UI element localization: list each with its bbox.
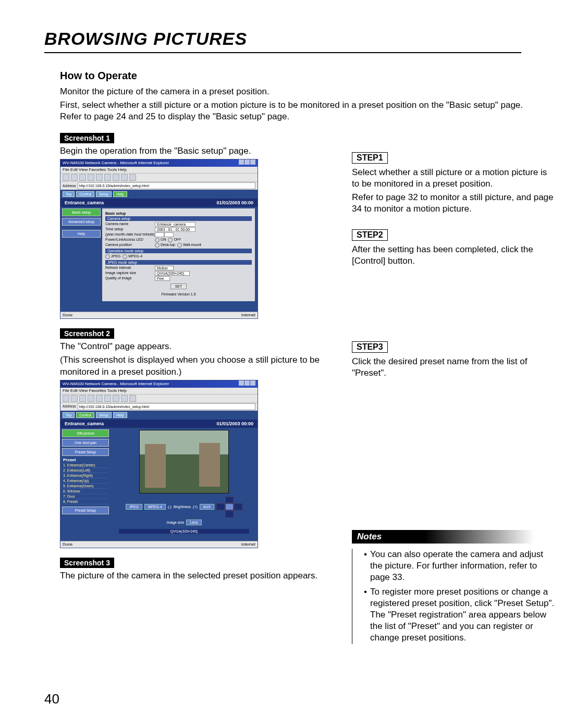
preset-item[interactable]: 5. Entrance(Down) — [62, 484, 109, 489]
refresh-icon — [88, 174, 94, 181]
top-button-row: Top Control Setup Help — [60, 411, 258, 419]
size-select[interactable]: QVGA(320×240) — [155, 271, 190, 276]
wall-text: Wall-mount — [183, 243, 201, 247]
desk-radio[interactable] — [155, 243, 160, 248]
toolbar — [60, 173, 258, 181]
help-button[interactable]: Help — [113, 191, 127, 197]
tilt-down-icon — [225, 511, 234, 517]
bri-minus[interactable]: (-) — [168, 505, 172, 509]
top-button[interactable]: Top — [63, 412, 75, 418]
search-icon — [104, 174, 111, 181]
jpeg-radio[interactable] — [105, 254, 110, 259]
mpeg-button[interactable]: MPEG-4 — [144, 504, 166, 510]
address-bar: Address http://192.168.0.10/admin/index_… — [60, 181, 258, 190]
help-button[interactable]: Help — [113, 412, 127, 418]
sidebar-advanced-setup[interactable]: Advanced setup — [62, 218, 101, 226]
wall-radio[interactable] — [177, 243, 182, 248]
led-off-text: OFF — [174, 238, 181, 242]
chapter-title: BROWSING PICTURES — [44, 29, 521, 53]
jpeg-button[interactable]: JPEG — [126, 504, 142, 510]
camera-image — [139, 430, 229, 493]
url-field[interactable]: http://192.168.0.10/admin/index_setup.ht… — [78, 182, 255, 189]
top-button[interactable]: Top — [63, 191, 75, 197]
url-field[interactable]: http://192.168.0.10/admin/index_setup.ht… — [78, 403, 255, 410]
screenshot-1: WV-NM100 Network Camera - Microsoft Inte… — [60, 159, 258, 319]
camera-name-input[interactable]: Entrance_camera — [155, 222, 195, 227]
control-button[interactable]: Control — [76, 191, 94, 197]
stop-icon — [79, 174, 86, 181]
set-button[interactable]: SET — [170, 283, 187, 289]
led-off-radio[interactable] — [168, 238, 173, 242]
led-on-text: ON — [161, 238, 166, 242]
mpeg-radio[interactable] — [123, 254, 127, 259]
status-left: Done — [63, 313, 72, 318]
favorites-icon — [113, 174, 119, 181]
screenshot-2-label: Screenshot 2 — [60, 328, 114, 339]
step2-text: After the setting has been completed, cl… — [352, 244, 556, 267]
preset-item[interactable]: 8. Preset — [62, 499, 109, 504]
preset-item[interactable]: 6. Window — [62, 489, 109, 494]
sidebar-one-shot-pan[interactable]: One shot pan — [62, 439, 109, 447]
image-size-value: QVGA(320×240) — [119, 529, 249, 534]
pan-right-icon — [234, 503, 242, 510]
time-setup-label: Time setup — [105, 227, 155, 232]
panel-header-mode: Operation mode setup — [105, 249, 252, 253]
refresh-label: Refresh interval — [105, 266, 155, 270]
screenshot-2: WV-NM100 Network Camera - Microsoft Inte… — [60, 380, 258, 548]
quality-label: Quality of image — [105, 276, 155, 281]
history-icon — [121, 174, 128, 181]
address-label: Address — [63, 404, 76, 409]
lens-button[interactable]: Lens — [186, 520, 201, 525]
camera-banner: Entrance_camera 01/01/2003 00:00 — [60, 199, 258, 207]
image-size-label: Image size — [166, 521, 184, 524]
sidebar-preset-setup-2[interactable]: Preset Setup — [62, 507, 109, 514]
refresh-select[interactable]: Motion — [155, 266, 174, 270]
step3-text: Click the desired preset name from the l… — [352, 356, 556, 379]
time-hour[interactable] — [155, 232, 164, 237]
setup-button[interactable]: Setup — [96, 191, 112, 197]
panel-title: Basic setup — [105, 212, 252, 215]
mpeg-text: MPEG-4 — [128, 255, 142, 258]
time-min[interactable] — [164, 232, 174, 237]
camera-datetime: 01/01/2003 00:00 — [216, 421, 253, 426]
preset-item[interactable]: 4. Entrance(Up) — [62, 478, 109, 484]
sidebar-help[interactable]: Help — [62, 230, 101, 238]
size-label: Image capture size — [105, 271, 155, 276]
quality-select[interactable]: Fine — [155, 276, 170, 281]
preset-item[interactable]: 7. Door — [62, 494, 109, 499]
window-titlebar: WV-NM100 Network Camera - Microsoft Inte… — [60, 380, 258, 388]
camera-name-banner: Entrance_camera — [65, 421, 104, 426]
preset-item[interactable]: 1. Entrance(Center) — [62, 463, 109, 468]
aux-button[interactable]: AUX — [200, 504, 214, 510]
camera-name-label: Camera name — [105, 222, 155, 227]
panel-header-jpeg: JPEG mode setup — [105, 260, 252, 265]
sidebar-preset-setup[interactable]: Preset Setup — [62, 448, 109, 456]
time-format-label: (year-month-date hour:minute) — [105, 232, 155, 237]
home-icon — [96, 174, 103, 181]
control-bar: JPEG MPEG-4 (-) Brightness (+) AUX — [119, 497, 249, 534]
sidebar-basic-setup[interactable]: Basic setup — [62, 208, 101, 216]
status-bar: Done Internet — [60, 312, 258, 318]
window-title: WV-NM100 Network Camera - Microsoft Inte… — [63, 380, 169, 388]
preset-item[interactable]: 3. Entrance(Right) — [62, 473, 109, 478]
screenshot-3-label: Screenshot 3 — [60, 558, 114, 568]
position-label: Camera position — [105, 243, 155, 248]
forward-icon — [71, 174, 78, 181]
time-setup-input[interactable]: 2003 - 01 - 01 00:00 — [155, 227, 195, 232]
address-bar: Address http://192.168.0.10/admin/index_… — [60, 402, 258, 411]
sidebar-still-picture[interactable]: Still picture — [62, 429, 109, 437]
control-button[interactable]: Control — [76, 412, 94, 418]
led-label: Power/LinkAccess LED — [105, 238, 155, 242]
bri-plus[interactable]: (+) — [193, 505, 198, 509]
screenshot-1-caption: Begin the operation from the "Basic setu… — [60, 145, 331, 157]
led-on-radio[interactable] — [155, 238, 160, 242]
screenshot-2-caption-a: The "Control" page appears. — [60, 341, 331, 352]
window-control-icons — [238, 380, 255, 388]
mail-icon — [129, 174, 136, 181]
pan-tilt-cross[interactable] — [216, 497, 242, 517]
preset-item[interactable]: 2. Entrance(Left) — [62, 468, 109, 473]
menu-bar: File Edit View Favorites Tools Help — [60, 167, 258, 173]
preset-list-header: Preset — [63, 458, 109, 462]
setup-button[interactable]: Setup — [96, 412, 112, 418]
screenshot-3-caption: The picture of the camera in the selecte… — [60, 570, 341, 582]
